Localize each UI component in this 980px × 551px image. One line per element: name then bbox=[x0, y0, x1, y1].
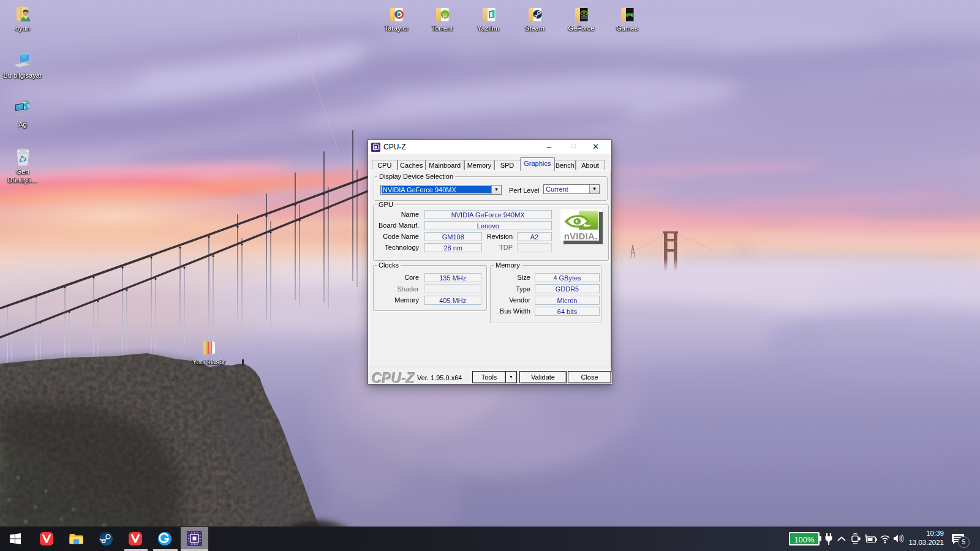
svg-text:µ: µ bbox=[443, 11, 447, 18]
svg-text:nVIDIA.: nVIDIA. bbox=[564, 231, 598, 241]
svg-text:CPU-Z: CPU-Z bbox=[191, 543, 197, 545]
